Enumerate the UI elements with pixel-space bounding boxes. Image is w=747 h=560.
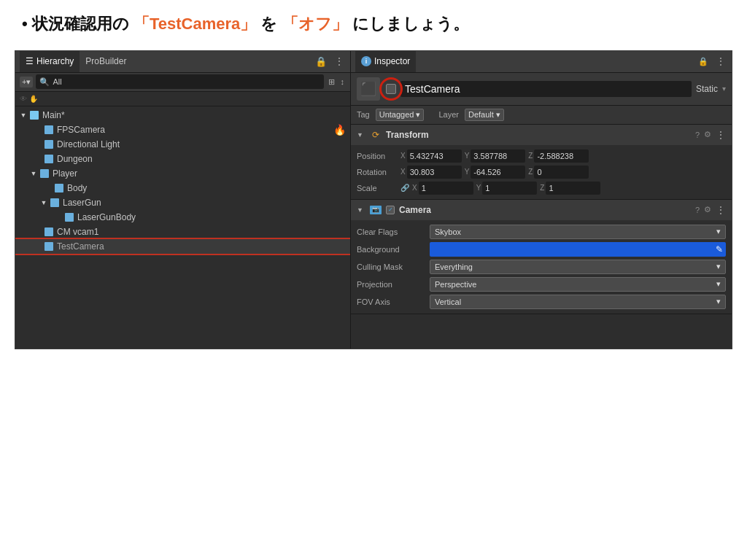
- background-row: Background ✎: [357, 241, 726, 258]
- rot-z-input[interactable]: [534, 166, 589, 179]
- enabled-checkbox-container: [386, 84, 396, 94]
- projection-label: Projection: [357, 280, 430, 289]
- camera-section: ▼ 📷 ✓ Camera ? ⚙ ⋮ Clear Flags: [351, 200, 732, 314]
- object-header: ⬛ Static ▾: [351, 73, 732, 106]
- pos-x-input[interactable]: [407, 149, 462, 163]
- projection-dropdown[interactable]: Perspective ▾: [430, 277, 726, 292]
- camera-help-icon[interactable]: ?: [695, 206, 700, 214]
- fov-axis-label: FOV Axis: [357, 298, 430, 306]
- background-value: ✎: [430, 242, 726, 257]
- list-item[interactable]: Body: [15, 181, 350, 195]
- object-name-input[interactable]: [400, 81, 692, 97]
- clear-flags-arrow: ▾: [716, 227, 721, 236]
- eye-row-icon: 👁 ✋: [20, 95, 38, 103]
- add-btn[interactable]: +▾: [20, 77, 33, 88]
- hierarchy-panel: ☰ Hierarchy ProBuilder 🔒 ⋮ +▾ 🔍 ⊞ ↕: [15, 51, 351, 349]
- transform-help-icon[interactable]: ?: [695, 131, 700, 139]
- main-icon: [28, 109, 40, 121]
- fps-icon: [43, 124, 55, 136]
- list-item[interactable]: Directional Light: [15, 137, 350, 152]
- list-item[interactable]: LaserGunBody: [15, 210, 350, 225]
- transform-settings-icon[interactable]: ⚙: [704, 130, 711, 139]
- inspector-lock-icon[interactable]: 🔒: [697, 55, 710, 68]
- camera-icon-box: 📷: [370, 206, 382, 214]
- culling-mask-dropdown[interactable]: Everything ▾: [430, 260, 726, 274]
- camera-settings-icon[interactable]: ⚙: [704, 205, 711, 214]
- scale-row: Scale 🔗 X Y Z: [357, 180, 726, 196]
- list-item[interactable]: Dungeon: [15, 152, 350, 166]
- camera-header[interactable]: ▼ 📷 ✓ Camera ? ⚙ ⋮: [351, 200, 732, 220]
- tab-inspector[interactable]: i Inspector: [355, 51, 416, 72]
- sort-icon[interactable]: ↕: [339, 76, 347, 88]
- pos-z-input[interactable]: [534, 149, 589, 163]
- scale-x-axis: X: [412, 184, 417, 192]
- main-label: Main*: [42, 110, 350, 120]
- inspector-menu-icon[interactable]: ⋮: [714, 54, 727, 69]
- fov-axis-dropdown[interactable]: Vertical ▾: [430, 295, 726, 309]
- camera-checkbox[interactable]: ✓: [386, 206, 395, 214]
- color-picker-icon: ✎: [716, 244, 723, 254]
- list-item[interactable]: ▼ Player: [15, 166, 350, 181]
- list-item[interactable]: ▼ Main*: [15, 108, 350, 122]
- player-icon: [39, 168, 50, 179]
- player-label: Player: [53, 168, 350, 179]
- hierarchy-menu-icon[interactable]: ⋮: [333, 54, 346, 69]
- pos-y-input[interactable]: [471, 149, 525, 163]
- transform-menu-icon[interactable]: ⋮: [716, 129, 726, 141]
- search-box[interactable]: 🔍: [36, 74, 323, 89]
- hierarchy-tab-label: Hierarchy: [36, 56, 74, 66]
- enabled-checkbox[interactable]: [386, 84, 396, 94]
- scale-x-input[interactable]: [419, 182, 473, 195]
- arrow-lasergun: ▼: [39, 199, 49, 206]
- vcam-label: CM vcam1: [57, 227, 350, 237]
- cube-body: [55, 184, 63, 192]
- filter-icon[interactable]: ⊞: [327, 76, 336, 88]
- clear-flags-value: Skybox ▾: [430, 225, 726, 239]
- projection-arrow: ▾: [716, 279, 721, 289]
- camera-menu-icon[interactable]: ⋮: [716, 204, 726, 216]
- search-input[interactable]: [53, 77, 320, 86]
- tag-dropdown[interactable]: Untagged ▾: [376, 109, 425, 121]
- culling-mask-label: Culling Mask: [357, 262, 430, 271]
- fps-label: FPSCamera: [57, 125, 333, 135]
- tab-probuilder[interactable]: ProBuilder: [80, 51, 132, 72]
- cube-dungeon: [44, 155, 53, 163]
- object-preview: ⬛: [357, 77, 380, 101]
- lock-icon[interactable]: 🔒: [314, 55, 328, 69]
- background-color-field[interactable]: ✎: [430, 242, 726, 257]
- scale-z-input[interactable]: [546, 182, 600, 195]
- pos-z-axis: Z: [528, 152, 533, 160]
- list-item[interactable]: CM vcam1: [15, 225, 350, 239]
- list-item[interactable]: FPSCamera 🔥: [15, 122, 350, 137]
- list-item[interactable]: ▼ LaserGun: [15, 195, 350, 210]
- background-label: Background: [357, 245, 430, 254]
- transform-header[interactable]: ▼ ⟳ Transform ? ⚙ ⋮: [351, 125, 732, 145]
- cube-player: [40, 169, 49, 178]
- clear-flags-dropdown[interactable]: Skybox ▾: [430, 225, 726, 239]
- hierarchy-panel-tabs: ☰ Hierarchy ProBuilder 🔒 ⋮: [15, 51, 350, 73]
- instruction-text: • 状況確認用の 「TestCamera」 を 「オフ」 にしましょう。: [0, 0, 747, 43]
- lgbody-label: LaserGunBody: [77, 212, 350, 222]
- transform-section: ▼ ⟳ Transform ? ⚙ ⋮ Position X Y Z: [351, 125, 732, 200]
- unity-editor: ☰ Hierarchy ProBuilder 🔒 ⋮ +▾ 🔍 ⊞ ↕: [15, 50, 732, 349]
- cube-main: [30, 111, 39, 120]
- culling-mask-text: Everything: [435, 262, 473, 271]
- transform-arrow: ▼: [357, 131, 365, 139]
- static-dropdown-arrow[interactable]: ▾: [722, 85, 726, 93]
- fov-axis-value: Vertical ▾: [430, 295, 726, 309]
- cube-lasergun: [50, 198, 59, 207]
- tab-hierarchy[interactable]: ☰ Hierarchy: [20, 51, 80, 72]
- rot-z-axis: Z: [528, 168, 533, 176]
- rot-y-input[interactable]: [471, 166, 525, 179]
- culling-mask-value: Everything ▾: [430, 260, 726, 274]
- test-camera-highlight-text: 「TestCamera」: [133, 15, 256, 33]
- projection-row: Projection Perspective ▾: [357, 276, 726, 293]
- test-camera-item[interactable]: TestCamera: [15, 239, 350, 254]
- fov-axis-arrow: ▾: [716, 297, 721, 306]
- light-icon: [43, 139, 55, 150]
- scale-y-input[interactable]: [482, 182, 537, 195]
- rot-x-input[interactable]: [407, 166, 462, 179]
- layer-dropdown[interactable]: Default ▾: [465, 109, 504, 121]
- dungeon-label: Dungeon: [57, 154, 350, 164]
- dungeon-icon: [43, 153, 55, 165]
